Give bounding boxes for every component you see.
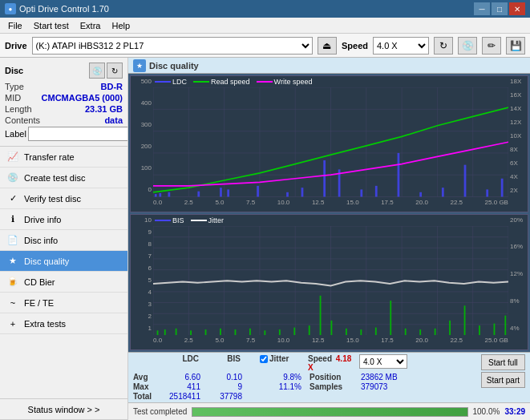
- avg-label: Avg: [133, 373, 159, 382]
- y-label: 1: [132, 325, 152, 332]
- svg-rect-60: [176, 328, 177, 335]
- svg-rect-67: [279, 329, 281, 335]
- disc-contents-label: Contents: [5, 115, 40, 125]
- disc-header: Disc 💿 ↻: [5, 63, 123, 79]
- start-buttons: Start full Start part: [481, 354, 525, 388]
- sidebar-item-label: Drive info: [24, 215, 61, 224]
- legend-jitter: Jitter: [191, 216, 225, 224]
- sidebar-item-extra-tests[interactable]: + Extra tests: [0, 313, 127, 334]
- jitter-checkbox[interactable]: [260, 355, 268, 363]
- x-label: 22.5: [450, 337, 463, 344]
- sidebar-item-label: Create test disc: [24, 173, 85, 183]
- refresh-button[interactable]: ↻: [434, 37, 453, 55]
- drive-select[interactable]: (K:) ATAPI iHBS312 2 PL17: [32, 37, 313, 55]
- sidebar-item-label: Verify test disc: [24, 194, 81, 204]
- right-content: ★ Disc quality LDC Read speed: [128, 58, 530, 420]
- x-label: 25.0 GB: [485, 337, 508, 344]
- x-label: 7.5: [246, 199, 255, 206]
- drivebar: Drive (K:) ATAPI iHBS312 2 PL17 ⏏ Speed …: [0, 34, 530, 58]
- svg-rect-82: [494, 323, 496, 335]
- progress-percent: 100.0%: [473, 407, 500, 416]
- sidebar-item-cd-bier[interactable]: 🍺 CD Bier: [0, 272, 127, 293]
- svg-rect-75: [390, 301, 391, 335]
- menu-extra[interactable]: Extra: [75, 19, 106, 32]
- maximize-button[interactable]: □: [492, 2, 508, 15]
- svg-rect-83: [504, 315, 506, 335]
- position-value: 23862 MB: [361, 373, 398, 382]
- disc-refresh-btn[interactable]: ↻: [107, 63, 123, 79]
- col-speed-header: Speed 4.18 X: [308, 354, 356, 372]
- y-label: 400: [132, 99, 152, 107]
- progress-fill: [192, 408, 467, 416]
- disc-length-label: Length: [5, 104, 32, 114]
- disc-mid-row: MID CMCMAGBA5 (000): [5, 93, 123, 103]
- legend-bis: BIS: [155, 216, 184, 224]
- eject-button[interactable]: ⏏: [318, 37, 337, 55]
- svg-rect-77: [419, 329, 421, 335]
- y-label-r: 2X: [510, 187, 526, 194]
- svg-rect-21: [220, 188, 222, 196]
- sidebar-item-transfer-rate[interactable]: 📈 Transfer rate: [0, 147, 127, 168]
- svg-rect-62: [205, 329, 207, 335]
- start-full-button[interactable]: Start full: [481, 354, 525, 370]
- speed-select[interactable]: 4.0 X: [373, 37, 429, 55]
- samples-value: 379073: [361, 382, 387, 391]
- status-window-label: Status window > >: [28, 405, 100, 414]
- disc-button[interactable]: 💿: [458, 37, 477, 55]
- save-button[interactable]: 💾: [506, 37, 525, 55]
- position-label: Position: [310, 373, 358, 382]
- stats-total-row: Total 2518411 37798: [133, 392, 478, 401]
- progress-area: Test completed 100.0% 33:29: [128, 402, 530, 420]
- svg-rect-20: [197, 192, 200, 197]
- sidebar-menu: 📈 Transfer rate 💿 Create test disc ✓ Ver…: [0, 147, 127, 398]
- disc-contents-row: Contents data: [5, 115, 123, 125]
- status-window-button[interactable]: Status window > >: [0, 399, 127, 420]
- menu-start-test[interactable]: Start test: [29, 19, 74, 32]
- disc-label-input[interactable]: [28, 127, 128, 141]
- svg-rect-78: [435, 328, 436, 335]
- disc-title: Disc: [5, 66, 23, 75]
- charts-area: LDC Read speed Write speed 500 400 300: [128, 74, 530, 352]
- sidebar-item-verify-test-disc[interactable]: ✓ Verify test disc: [0, 188, 127, 209]
- y-label: 7: [132, 252, 152, 260]
- y-label-r: 4X: [510, 173, 526, 180]
- y-label: 500: [132, 78, 152, 85]
- disc-info-icon: 📄: [6, 234, 19, 247]
- disc-contents-value: data: [104, 115, 123, 125]
- progress-time: 33:29: [504, 407, 525, 416]
- disc-icon-btn[interactable]: 💿: [89, 63, 105, 79]
- col-empty: [242, 354, 258, 372]
- x-label: 25.0 GB: [485, 199, 508, 206]
- y-label-r: 14X: [510, 105, 526, 112]
- max-jitter: 11.1%: [261, 382, 301, 391]
- chart1-svg: [153, 87, 508, 197]
- sidebar-item-disc-quality[interactable]: ★ Disc quality: [0, 251, 127, 272]
- y-label-r: 16X: [510, 91, 526, 99]
- x-label: 22.5: [450, 199, 463, 206]
- close-button[interactable]: ✕: [509, 2, 525, 15]
- read-speed-color: [193, 81, 209, 83]
- legend-ldc: LDC: [155, 78, 187, 86]
- menu-help[interactable]: Help: [107, 19, 135, 32]
- drive-label: Drive: [5, 41, 27, 50]
- sidebar-item-label: Disc info: [24, 236, 58, 245]
- sidebar-item-fe-te[interactable]: ~ FE / TE: [0, 293, 127, 313]
- y-label: 3: [132, 301, 152, 308]
- avg-ldc: 6.60: [160, 373, 200, 382]
- speed-select-stats[interactable]: 4.0 X: [359, 354, 407, 369]
- menu-file[interactable]: File: [3, 19, 27, 32]
- svg-rect-63: [220, 328, 221, 335]
- x-label: 20.0: [415, 199, 428, 206]
- fe-te-icon: ~: [6, 297, 19, 309]
- stats-bar: LDC BIS Jitter Speed 4.18 X: [128, 352, 530, 402]
- sidebar-item-disc-info[interactable]: 📄 Disc info: [0, 230, 127, 251]
- drive-info-icon: ℹ: [6, 213, 19, 226]
- y-label: 2: [132, 313, 152, 320]
- start-part-button[interactable]: Start part: [481, 372, 525, 388]
- svg-rect-25: [301, 188, 304, 196]
- sidebar-bottom: Status window > >: [0, 398, 127, 420]
- sidebar-item-drive-info[interactable]: ℹ Drive info: [0, 209, 127, 230]
- minimize-button[interactable]: ─: [474, 2, 490, 15]
- write-button[interactable]: ✏: [482, 37, 501, 55]
- sidebar-item-create-test-disc[interactable]: 💿 Create test disc: [0, 168, 127, 188]
